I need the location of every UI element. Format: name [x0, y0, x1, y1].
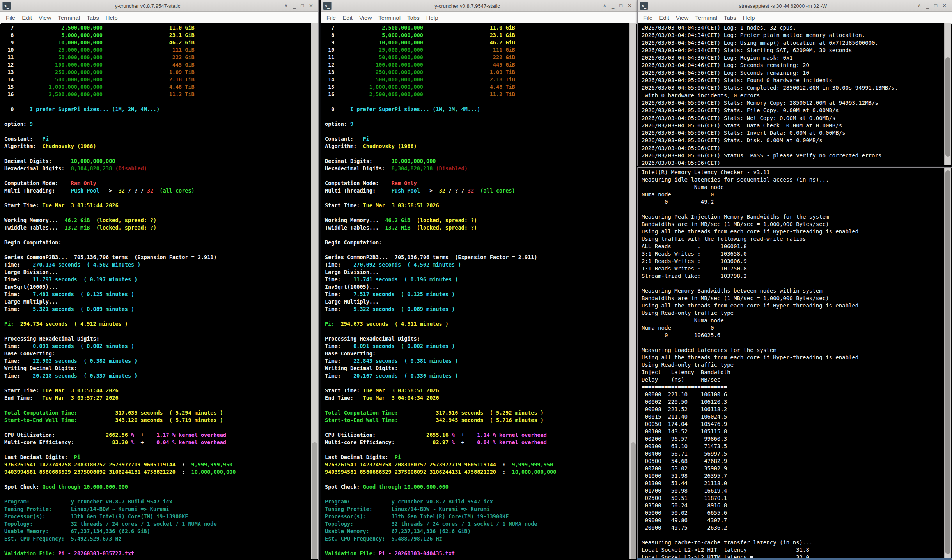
menu-terminal[interactable]: Terminal [58, 14, 80, 21]
menu-tabs[interactable]: Tabs [407, 14, 420, 21]
menubar: FileEditViewTerminalTabsHelp [321, 12, 637, 24]
menu-edit[interactable]: Edit [659, 14, 669, 21]
menubar: FileEditViewTerminalTabsHelp [0, 12, 318, 24]
terminal-line: Start Time: Tue Mar 3 03:51:44 2026 [4, 202, 236, 209]
terminal-line: Constant: Pi [325, 135, 556, 143]
terminal-line: 2026/03/03-04:05:06(CET) Stats: File Cop… [642, 107, 898, 114]
menu-help[interactable]: Help [743, 14, 755, 21]
terminal-line: 0 106025.6 [642, 332, 858, 339]
minimize-button[interactable]: _ [926, 0, 929, 11]
terminal-line: Est. CPU Frequency: 5,492,529,673 Hz [4, 535, 236, 542]
titlebar[interactable]: >_ y-cruncher v0.8.7.9547-static ∧_□✕ [0, 0, 318, 12]
terminal-line: Measuring Loaded Latencies for the syste… [642, 346, 858, 354]
terminal-line: Bandwidths are in MB/sec (1 MB/sec = 1,0… [642, 295, 858, 302]
terminal-line: 9 10,000,000,000 46.2 GiB [325, 39, 556, 46]
scrollbar-thumb[interactable] [945, 170, 950, 554]
terminal-line: InvSqrt(10005)... [4, 283, 236, 291]
terminal-line [4, 246, 236, 254]
menu-file[interactable]: File [643, 14, 652, 21]
maximize-button[interactable]: □ [619, 0, 622, 11]
scrollbar-thumb[interactable] [631, 442, 636, 559]
terminal-line: 12 100,000,000,000 445 GiB [325, 61, 556, 69]
terminal-line: 1:1 Reads-Writes : 101750.8 [642, 265, 858, 272]
terminal-line [325, 424, 556, 431]
menu-help[interactable]: Help [426, 14, 438, 21]
terminal-line [325, 172, 556, 180]
menu-help[interactable]: Help [106, 14, 118, 21]
terminal-line: Numa node 0 [642, 324, 858, 332]
terminal-line: 00400 56.71 56997.5 [642, 450, 858, 458]
terminal-line: Multi-Threading: Push Pool -> 32 / ? / 3… [325, 187, 556, 194]
terminal-line: Multi-core Efficiency: 83.20 % + 0.04 % … [4, 439, 236, 446]
terminal-line: 2026/03/03-04:04:56(CET) Log: Seconds re… [642, 69, 898, 77]
terminal-line [325, 98, 556, 106]
scrollbar-thumb[interactable] [312, 442, 317, 559]
terminal-line: 2026/03/03-04:05:06(CET) Stats: Complete… [642, 84, 898, 92]
terminal-line: 03500 50.24 8916.8 [642, 502, 858, 509]
terminal-line [325, 246, 556, 254]
terminal-line: Total Computation Time: 317.516 seconds … [325, 409, 556, 417]
menu-edit[interactable]: Edit [342, 14, 353, 21]
terminal-output[interactable]: Intel(R) Memory Latency Checker - v3.11M… [638, 168, 951, 558]
terminal-line [325, 402, 556, 409]
menu-view[interactable]: View [359, 14, 372, 21]
menu-file[interactable]: File [326, 14, 336, 21]
terminal-output[interactable]: 7 2,500,000,000 11.0 GiB 8 5,000,000,000… [1, 23, 318, 559]
window-controls: ∧_□✕ [603, 0, 637, 11]
menu-tabs[interactable]: Tabs [87, 14, 99, 21]
terminal-line: 2026/03/03-04:05:06(CET) [642, 159, 898, 165]
scrollbar[interactable] [944, 168, 951, 558]
terminal-line: Multi-core Efficiency: 82.97 % + 0.04 % … [325, 439, 556, 446]
terminal-line: 2026/03/03-04:05:06(CET) Stats: Disk: 0.… [642, 137, 898, 144]
terminal-line: Delay (ns) MB/sec [642, 376, 858, 383]
scrollbar-thumb[interactable] [945, 57, 950, 157]
terminal-output[interactable]: 7 2,500,000,000 11.0 GiB 8 5,000,000,000… [321, 23, 636, 559]
rollup-button[interactable]: ∧ [917, 0, 921, 11]
terminal-line: Hexadecimal Digits: 8,304,820,238 (Disab… [4, 165, 236, 172]
terminal-line [4, 446, 236, 454]
menu-view[interactable]: View [39, 14, 51, 21]
menu-terminal[interactable]: Terminal [378, 14, 401, 21]
menu-view[interactable]: View [676, 14, 688, 21]
maximize-button[interactable]: □ [934, 0, 937, 11]
terminal-line: 10 25,000,000,000 111 GiB [325, 46, 556, 54]
terminal-line: 2026/03/03-04:05:06(CET) Stats: Found 0 … [642, 77, 898, 84]
terminal-line: Stream-triad like: 103798.2 [642, 272, 858, 280]
scrollbar[interactable] [629, 23, 636, 559]
rollup-button[interactable]: ∧ [284, 0, 288, 11]
titlebar[interactable]: >_ stressapptest -s 30 -M 62000 -m 32 -W… [638, 0, 952, 12]
terminal-line: 11 50,000,000,000 222 GiB [4, 54, 236, 61]
scrollbar[interactable] [944, 23, 951, 165]
terminal-line: 00002 220.50 106120.3 [642, 398, 858, 406]
terminal-line: Time: 11.797 seconds ( 0.197 minutes ) [4, 276, 236, 283]
terminal-line: Time: 0.091 seconds ( 0.002 minutes ) [4, 343, 236, 350]
close-button[interactable]: ✕ [942, 0, 947, 11]
terminal-line: Usable Memory: 67,237,134,336 (62.6 GiB) [325, 528, 556, 535]
menu-edit[interactable]: Edit [22, 14, 32, 21]
terminal-line: Measuring cache-to-cache transfer latenc… [642, 539, 858, 546]
terminal-icon: >_ [640, 2, 648, 10]
terminal-output[interactable]: 2026/03/03-04:04:34(CET) Log: 1 nodes, 3… [638, 23, 951, 165]
menu-tabs[interactable]: Tabs [724, 14, 736, 21]
rollup-button[interactable]: ∧ [603, 0, 606, 11]
terminal-line: 9763261541 1423749758 2083180752 2573977… [4, 461, 236, 468]
maximize-button[interactable]: □ [301, 0, 304, 11]
titlebar[interactable]: >_ y-cruncher v0.8.7.9547-static ∧_□✕ [321, 0, 637, 12]
terminal-line: 00300 63.10 71473.5 [642, 443, 858, 450]
menu-file[interactable]: File [6, 14, 15, 21]
terminal-line: 16 2,500,000,000,000 11.2 TiB [325, 91, 556, 98]
terminal-line: 2026/03/03-04:04:46(CET) Log: Seconds re… [642, 62, 898, 69]
terminal-line: 15 1,000,000,000,000 4.48 TiB [4, 83, 236, 91]
scrollbar[interactable] [311, 23, 318, 559]
terminal-line: CPU Utilization: 2655.16 % + 1.14 % kern… [325, 431, 556, 439]
terminal-line: Multi-Threading: Push Pool -> 32 / ? / 3… [4, 187, 236, 194]
terminal-line: Large Division... [325, 269, 556, 276]
terminal-line [4, 491, 236, 498]
close-button[interactable]: ✕ [309, 0, 313, 11]
close-button[interactable]: ✕ [628, 0, 632, 11]
window-controls: ∧_□✕ [284, 0, 318, 11]
terminal-line [325, 491, 556, 498]
menu-terminal[interactable]: Terminal [695, 14, 717, 21]
minimize-button[interactable]: _ [612, 0, 614, 11]
minimize-button[interactable]: _ [293, 0, 296, 11]
